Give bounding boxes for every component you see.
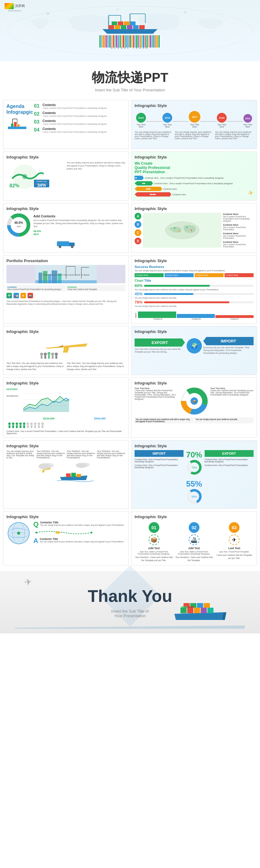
slide-steps-numbered: Infographic Style 01 📦 Add Text Add Text… <box>131 511 257 565</box>
export-box: EXPORT <box>205 450 254 457</box>
svg-rect-56 <box>158 35 160 48</box>
slide-row-1: AgendaInfograpgic <box>3 100 257 149</box>
svg-rect-122 <box>16 425 18 428</box>
svg-rect-25 <box>106 35 107 48</box>
export-label: EXPORT <box>135 339 185 347</box>
agenda-item-4: 04 Contents I have a dream that PowerPoi… <box>34 127 125 133</box>
svg-text:70%: 70% <box>191 466 197 469</box>
svg-rect-132 <box>34 425 36 428</box>
percent-row-60: 60% You can simply improve your audience… <box>135 283 254 291</box>
svg-rect-77 <box>57 241 69 246</box>
svg-rect-44 <box>138 35 139 48</box>
ship-text-4: Your TextHere. You can simply improve yo… <box>97 450 126 459</box>
svg-point-162 <box>90 532 92 533</box>
svg-rect-11 <box>109 25 114 29</box>
slide10-title: Infographic Style <box>6 381 125 385</box>
slide-import-export-pct: Infographic Style IMPORT Content Here. G… <box>131 440 257 509</box>
svg-rect-134 <box>38 425 40 428</box>
globe-center: 🌍 <box>187 338 202 353</box>
svg-point-160 <box>17 532 20 535</box>
sub-title: Insert the Sub Title of Your Presentatio… <box>6 88 254 92</box>
svg-rect-39 <box>129 35 131 48</box>
svg-rect-21 <box>100 35 101 48</box>
ship-text-2: Your TextHere. You can simply improve yo… <box>37 450 66 459</box>
svg-rect-30 <box>115 35 115 48</box>
percent-row-45: 45% You can simply improve your audience… <box>135 291 254 299</box>
svg-point-87 <box>191 230 192 231</box>
slide4-title: Infographic Style <box>135 155 254 159</box>
timeline-2019: 2019 Your TextHere <box>243 114 252 128</box>
slide-timeline: Infographic Style 2015 Your TextHere 201… <box>131 100 257 149</box>
header-section: ✈ ✈ ✈ 演界网 www.yanj.cn <box>0 0 260 61</box>
svg-rect-43 <box>136 35 138 48</box>
ship-text-3: Your TextHere. You can simply improve yo… <box>67 450 96 459</box>
svg-point-85 <box>186 226 187 228</box>
svg-rect-52 <box>152 35 153 48</box>
content-box-1: Content Here <box>135 273 164 277</box>
slide-linechart: Infographic Style DESIGNED ADVANCED <box>3 377 129 438</box>
svg-rect-27 <box>109 35 111 48</box>
svg-rect-128 <box>27 425 29 428</box>
svg-point-147 <box>82 463 89 467</box>
content-box-2: Content Here <box>164 273 194 277</box>
timeline-2018: 2018 Your TextHere <box>217 113 227 128</box>
step-row-2: ▶▶ Contents Here - Get a modern PowerPoi… <box>135 181 254 186</box>
circular-text-2: Your Text Here I have and I believe that… <box>211 387 254 396</box>
svg-rect-29 <box>113 35 114 48</box>
percent-row-78: 78% You can simply improve your audience… <box>135 300 254 307</box>
svg-rect-28 <box>111 35 112 48</box>
svg-rect-13 <box>121 25 126 29</box>
slide9-title-right: Infographic Style <box>135 329 254 334</box>
svg-point-80 <box>59 246 61 247</box>
slide-success-business: Infographic Style Success Business You c… <box>131 255 257 323</box>
main-title: 物流快递PPT <box>6 69 254 86</box>
icon-ship: 🚢 <box>28 293 33 298</box>
abcd-content-b: Content Here Get a modern PowerPoint Pre… <box>223 223 254 230</box>
svg-rect-55 <box>156 35 158 48</box>
svg-point-86 <box>179 230 180 232</box>
svg-rect-19 <box>124 22 129 25</box>
icon-truck: 🚛 <box>13 293 19 298</box>
svg-rect-61 <box>17 124 20 127</box>
agenda-item-3: 03 Contents I have a dream that PowerPoi… <box>34 119 125 125</box>
svg-rect-50 <box>148 35 149 48</box>
slide3-title: Infographic Style <box>6 155 125 159</box>
svg-rect-35 <box>123 35 124 48</box>
svg-point-107 <box>51 352 54 356</box>
timeline-2016: 2016 Your TextHere <box>162 113 172 128</box>
svg-rect-14 <box>127 25 133 29</box>
slide-agenda: AgendaInfograpgic <box>3 100 129 149</box>
svg-point-127 <box>27 423 29 425</box>
svg-rect-24 <box>105 35 106 48</box>
slide-row-3: Infographic Style 48.6% Add Add Contents… <box>3 203 257 253</box>
timeline-2015: 2015 Your TextHere <box>136 113 146 128</box>
svg-point-135 <box>41 423 44 425</box>
svg-rect-37 <box>126 35 127 48</box>
svg-point-161 <box>35 532 37 533</box>
svg-text:✈: ✈ <box>116 7 119 12</box>
barcode: GLOBAL TRADE <box>6 35 254 49</box>
logo: 演界网 www.yanj.cn <box>5 3 25 12</box>
circular-text-1: Your Text Here I have and I believe that… <box>135 387 178 400</box>
timeline-2017: 2017 Your TextHere <box>189 111 200 128</box>
svg-point-121 <box>15 423 18 425</box>
slide-abcd: Infographic Style A B C D <box>131 203 257 253</box>
svg-point-103 <box>44 352 47 356</box>
svg-rect-32 <box>118 35 119 48</box>
svg-text:Global Info: Global Info <box>36 180 47 182</box>
svg-rect-54 <box>155 35 156 48</box>
svg-rect-51 <box>150 35 151 48</box>
svg-rect-136 <box>42 425 43 428</box>
import-label: IMPORT <box>203 337 254 345</box>
svg-point-145 <box>45 463 54 468</box>
ship-text-1: You can simply improve your audience and… <box>6 450 35 459</box>
slide-row-7: Infographic Style You can simply improve… <box>3 440 257 509</box>
agenda-item-1: 01 Contents I have a dream that PowerPoi… <box>34 103 125 110</box>
svg-rect-12 <box>115 25 120 29</box>
svg-text:48.6%: 48.6% <box>14 221 23 224</box>
svg-point-84 <box>174 227 175 229</box>
agenda-item-2: 02 Contents I have a dream that PowerPoi… <box>34 111 125 118</box>
svg-point-123 <box>19 423 22 425</box>
agenda-title: AgendaInfograpgic <box>6 103 31 115</box>
svg-point-105 <box>47 352 50 355</box>
